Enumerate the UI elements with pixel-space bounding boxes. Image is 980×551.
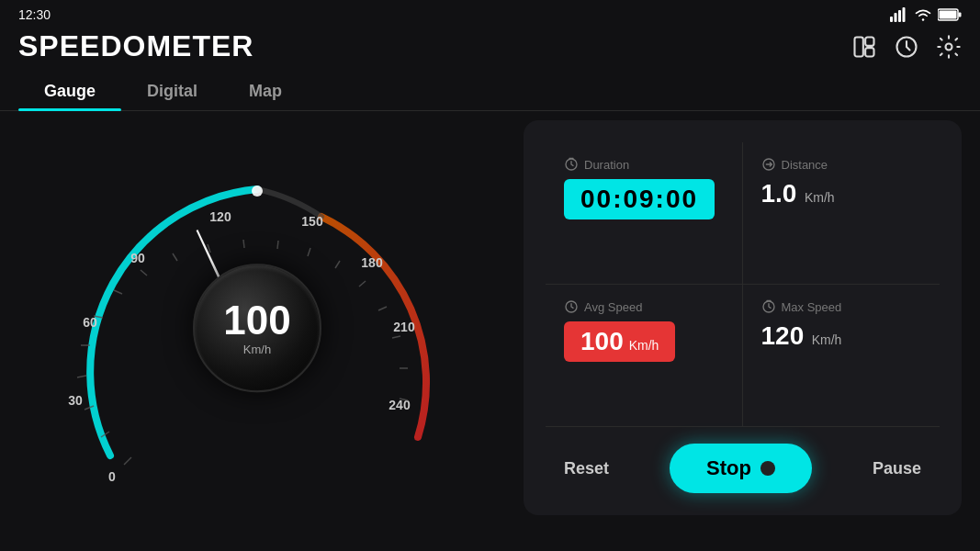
time-display: 12:30 [18, 7, 51, 22]
distance-unit: Km/h [805, 190, 835, 205]
settings-icon[interactable] [936, 34, 962, 60]
duration-value: 00:09:00 [564, 179, 715, 219]
avg-speed-cell: Avg Speed 100 Km/h [546, 285, 743, 427]
svg-line-21 [124, 457, 131, 465]
signal-icon [890, 7, 908, 22]
svg-rect-7 [855, 37, 863, 56]
svg-line-31 [243, 240, 244, 248]
svg-text:0: 0 [108, 469, 116, 484]
svg-rect-8 [865, 37, 873, 45]
svg-line-29 [173, 253, 177, 261]
avg-speed-unit: Km/h [629, 338, 659, 353]
svg-line-33 [308, 248, 310, 256]
svg-rect-5 [940, 11, 957, 19]
svg-rect-3 [903, 7, 906, 22]
svg-line-35 [359, 281, 366, 287]
status-icons [890, 7, 962, 22]
max-speed-label: Max Speed [782, 300, 842, 314]
stop-label: Stop [706, 456, 751, 480]
max-speed-icon [761, 299, 776, 314]
svg-line-34 [335, 261, 340, 268]
svg-text:210: 210 [393, 320, 415, 334]
tab-map[interactable]: Map [223, 73, 308, 110]
wifi-icon [914, 7, 932, 22]
distance-icon [761, 157, 776, 172]
app-title: SPEEDOMETER [18, 29, 253, 63]
status-bar: 12:30 [0, 0, 980, 29]
clock-icon[interactable] [894, 34, 919, 60]
gauge-center-display: 100 Km/h [193, 264, 321, 392]
svg-text:180: 180 [361, 255, 383, 270]
gauge-speed-unit: Km/h [243, 343, 271, 356]
main-content: 0 30 60 90 120 150 180 210 240 [0, 120, 980, 515]
gauge-speed-value: 100 [223, 300, 290, 341]
svg-point-40 [252, 186, 263, 197]
avg-speed-label-row: Avg Speed [564, 299, 724, 314]
tab-gauge[interactable]: Gauge [18, 73, 121, 110]
avg-speed-badge: 100 Km/h [564, 321, 675, 362]
svg-text:90: 90 [130, 251, 145, 265]
duration-label-row: Duration [564, 157, 724, 172]
controls: Reset Stop Pause [546, 427, 940, 493]
svg-rect-0 [890, 17, 893, 22]
svg-line-28 [141, 270, 147, 276]
distance-label: Distance [782, 158, 828, 172]
duration-icon [564, 157, 579, 172]
svg-line-32 [277, 241, 278, 249]
layout-icon[interactable] [851, 34, 877, 60]
header: SPEEDOMETER [0, 29, 980, 73]
reset-button[interactable]: Reset [564, 459, 609, 478]
gauge-section: 0 30 60 90 120 150 180 210 240 [18, 120, 496, 515]
svg-rect-2 [898, 10, 901, 22]
gauge-container: 0 30 60 90 120 150 180 210 240 [37, 134, 478, 501]
header-icons [851, 34, 962, 60]
tab-digital[interactable]: Digital [121, 73, 223, 110]
avg-speed-label: Avg Speed [584, 300, 642, 314]
distance-value: 1.0 [761, 179, 797, 208]
svg-text:150: 150 [301, 214, 323, 229]
avg-speed-value: 100 [580, 327, 624, 356]
max-speed-unit: Km/h [812, 332, 842, 347]
svg-text:30: 30 [68, 393, 83, 408]
stats-grid: Duration 00:09:00 Distance 1.0 Km/h [546, 142, 940, 427]
svg-point-11 [946, 43, 952, 50]
svg-text:60: 60 [83, 315, 97, 330]
svg-rect-1 [895, 13, 897, 22]
battery-icon [938, 8, 962, 21]
distance-cell: Distance 1.0 Km/h [743, 142, 941, 285]
svg-line-37 [392, 336, 400, 338]
svg-line-27 [114, 290, 122, 294]
distance-value-row: 1.0 Km/h [761, 179, 922, 208]
avg-speed-icon [564, 299, 579, 314]
right-panel: Duration 00:09:00 Distance 1.0 Km/h [524, 120, 962, 515]
stop-dot [760, 461, 775, 476]
svg-line-36 [378, 307, 387, 310]
tabs-bar: Gauge Digital Map [0, 73, 980, 111]
pause-button[interactable]: Pause [873, 459, 921, 478]
svg-text:120: 120 [209, 209, 231, 224]
distance-label-row: Distance [761, 157, 922, 172]
svg-line-24 [77, 376, 86, 377]
max-speed-cell: Max Speed 120 Km/h [743, 285, 941, 427]
max-speed-value-row: 120 Km/h [761, 321, 922, 351]
duration-cell: Duration 00:09:00 [546, 142, 743, 285]
stop-button[interactable]: Stop [670, 444, 812, 493]
svg-rect-6 [959, 13, 962, 17]
max-speed-value: 120 [761, 321, 805, 350]
svg-rect-9 [865, 48, 873, 56]
max-speed-label-row: Max Speed [761, 299, 922, 314]
duration-label: Duration [584, 158, 629, 172]
